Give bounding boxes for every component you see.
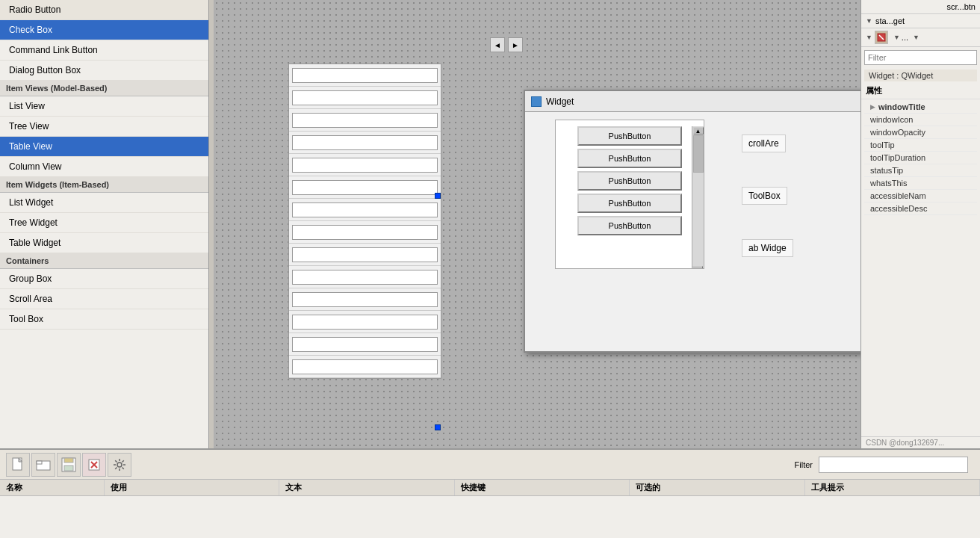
toolbar-new-button[interactable]: [6, 453, 30, 477]
sidebar-item-group-box[interactable]: Group Box: [0, 269, 208, 289]
sidebar-item-tree-widget[interactable]: Tree Widget: [0, 213, 208, 233]
toolbox-sidebar: Radio Button Check Box Command Link Butt…: [0, 0, 209, 448]
form-row-6: [289, 176, 441, 199]
prop-name-whatsthis: whatsThis: [870, 179, 971, 188]
form-row-1: [289, 64, 441, 87]
properties-label: 属性: [866, 85, 882, 96]
form-input-11[interactable]: [292, 292, 438, 307]
sidebar-item-scroll-area[interactable]: Scroll Area: [0, 289, 208, 309]
selection-marker-tl[interactable]: [435, 193, 441, 199]
form-input-10[interactable]: [292, 270, 438, 285]
expand-arrow-4: ▼: [913, 34, 919, 41]
prop-row-tooltipduration[interactable]: toolTipDuration: [864, 152, 977, 164]
prop-row-whatthis[interactable]: whatsThis: [864, 177, 977, 190]
sidebar-item-check-box[interactable]: Check Box: [0, 20, 208, 40]
scrollbar-thumb[interactable]: [693, 135, 704, 173]
push-button-3[interactable]: PushButton: [577, 171, 682, 191]
nav-arrow-right[interactable]: ►: [508, 37, 523, 52]
toolbar-close-button[interactable]: [82, 453, 106, 477]
form-navigation: ◄ ►: [490, 37, 523, 52]
bottom-filter-input[interactable]: [819, 457, 968, 473]
form-input-5[interactable]: [292, 158, 438, 173]
tab-widget-label[interactable]: ab Widge: [742, 239, 793, 257]
prop-row-accessibledesc[interactable]: accessibleDesc: [864, 202, 977, 215]
prop-name-accessiblename: accessibleNam: [870, 191, 971, 200]
sidebar-item-list-widget[interactable]: List Widget: [0, 193, 208, 213]
sidebar-item-list-view[interactable]: List View: [0, 96, 208, 117]
scroll-area-label[interactable]: crollAre: [742, 134, 786, 152]
sidebar-item-tree-view[interactable]: Tree View: [0, 117, 208, 137]
scrollbar-down-arrow[interactable]: ▼: [692, 266, 703, 269]
scrollbar-vertical[interactable]: ▲ ▼: [692, 126, 704, 269]
prop-name-windowtitle: windowTitle: [878, 102, 971, 111]
form-input-2[interactable]: [292, 90, 438, 105]
sidebar-section-item-views: Item Views (Model-Based): [0, 81, 208, 96]
sidebar-item-table-view[interactable]: Table View: [0, 137, 208, 157]
selection-marker-br[interactable]: [435, 424, 441, 430]
form-row-11: [289, 288, 441, 311]
right-panel-sta-get: ▼ sta...get: [861, 14, 980, 28]
sidebar-item-tool-box[interactable]: Tool Box: [0, 309, 208, 330]
right-panel-scr-label: scr...btn: [946, 2, 976, 11]
form-input-3[interactable]: [292, 113, 438, 128]
toolbar-save-button[interactable]: [57, 453, 81, 477]
svg-rect-6: [64, 458, 73, 463]
props-section: ▶ windowTitle windowIcon windowOpacity t…: [861, 99, 980, 217]
col-header-shortcut: 快捷键: [455, 480, 630, 495]
form-input-9[interactable]: [292, 247, 438, 262]
sidebar-item-column-view[interactable]: Column View: [0, 157, 208, 177]
form-input-13[interactable]: [292, 337, 438, 352]
form-input-6[interactable]: [292, 180, 438, 195]
bottom-filter-row: Filter: [789, 454, 974, 476]
bottom-bar: Filter 名称 使用 文本 快捷键 可选的 工具提示: [0, 448, 980, 538]
svg-point-11: [117, 463, 122, 467]
open-file-icon: [36, 458, 51, 471]
toolbar-open-button[interactable]: [31, 453, 55, 477]
filter-input[interactable]: [864, 50, 977, 65]
form-row-8: [289, 221, 441, 244]
form-input-1[interactable]: [292, 68, 438, 83]
icon-svg-1: [877, 33, 886, 42]
sidebar-item-dialog-button-box[interactable]: Dialog Button Box: [0, 61, 208, 81]
expand-arrow-2: ▼: [866, 34, 872, 41]
prop-row-windowopacity[interactable]: windowOpacity: [864, 126, 977, 139]
sidebar-item-radio-button[interactable]: Radio Button: [0, 0, 208, 20]
right-panel-sta-label: sta...get: [875, 16, 905, 25]
push-button-1[interactable]: PushButton: [577, 126, 682, 146]
prop-row-windowicon[interactable]: windowIcon: [864, 114, 977, 126]
push-button-5[interactable]: PushButton: [577, 216, 682, 235]
settings-icon: [113, 458, 126, 471]
sidebar-section-containers: Containers: [0, 253, 208, 269]
form-input-14[interactable]: [292, 359, 438, 374]
col-header-tooltip: 工具提示: [805, 480, 980, 495]
col-header-use: 使用: [105, 480, 279, 495]
form-input-4[interactable]: [292, 135, 438, 150]
sidebar-item-table-widget[interactable]: Table Widget: [0, 233, 208, 253]
form-input-7[interactable]: [292, 202, 438, 217]
form-row-5: [289, 154, 441, 176]
dialog-titlebar: Widget — □ ✕: [525, 91, 860, 112]
right-icon-1[interactable]: [875, 31, 888, 44]
prop-row-statustip[interactable]: statusTip: [864, 164, 977, 177]
push-button-2[interactable]: PushButton: [577, 149, 682, 168]
filter-box: [861, 47, 980, 68]
form-row-13: [289, 333, 441, 356]
dialog-title-text: Widget: [546, 96, 574, 107]
prop-name-accessibledesc: accessibleDesc: [870, 204, 971, 213]
prop-row-accessiblename[interactable]: accessibleNam: [864, 190, 977, 202]
canvas-background: ◄ ► Widget — □ ✕: [214, 0, 860, 448]
form-input-8[interactable]: [292, 225, 438, 240]
prop-row-windowtitle[interactable]: ▶ windowTitle: [864, 101, 977, 114]
push-button-list: PushButton PushButton PushButton PushBut…: [555, 120, 704, 269]
push-button-4[interactable]: PushButton: [577, 194, 682, 213]
design-form: [288, 64, 441, 379]
nav-arrow-left[interactable]: ◄: [490, 37, 505, 52]
toolbox-label[interactable]: ToolBox: [742, 187, 787, 205]
sidebar-item-command-link-button[interactable]: Command Link Button: [0, 40, 208, 61]
prop-row-tooltip[interactable]: toolTip: [864, 139, 977, 152]
form-input-12[interactable]: [292, 315, 438, 330]
sidebar-section-item-widgets: Item Widgets (Item-Based): [0, 177, 208, 193]
close-icon: [88, 459, 100, 471]
scrollbar-up-arrow[interactable]: ▲: [693, 127, 704, 134]
toolbar-settings-button[interactable]: [108, 453, 131, 477]
